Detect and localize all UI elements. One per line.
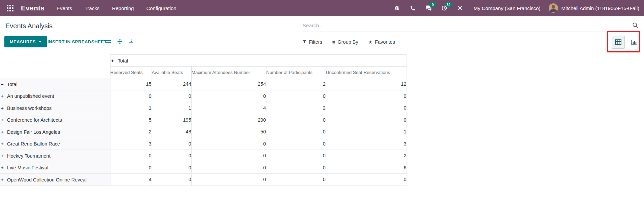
download-icon[interactable]: [128, 38, 134, 45]
expand-all-icon[interactable]: [117, 38, 123, 46]
control-panel-buttons: MEASURES INSERT IN SPREADSHEET Filters ≡…: [0, 35, 644, 49]
expand-icon: +: [0, 165, 4, 170]
systray: 9 32 My Company (San Francisco) Mitchell…: [393, 3, 639, 13]
pivot-row-label: OpenWood Collection Online Reveal: [7, 177, 87, 182]
table-row: +Design Fair Los Angeles2485001: [0, 126, 407, 138]
pivot-value-cell: 0: [266, 162, 326, 174]
top-menu-item-tracks[interactable]: Tracks: [85, 5, 99, 11]
pivot-value-cell: 0: [266, 150, 326, 162]
app-brand[interactable]: Events: [21, 4, 44, 12]
pivot-value-cell: 2: [266, 78, 326, 90]
measures-button[interactable]: MEASURES: [4, 36, 47, 47]
pivot-row-label: Hockey Tournament: [7, 153, 51, 159]
company-switcher[interactable]: My Company (San Francisco): [474, 5, 540, 11]
apps-menu-icon[interactable]: [7, 5, 13, 11]
pivot-corner-cell: [0, 55, 110, 67]
graph-view-button[interactable]: [627, 36, 640, 49]
pivot-row-header[interactable]: +Live Music Festival: [0, 162, 110, 174]
expand-icon: +: [0, 177, 4, 182]
group-by-menu[interactable]: ≡ Group By: [332, 39, 358, 45]
pivot-colgroup-row: +Total: [0, 55, 407, 67]
search-bar: [302, 19, 639, 32]
pivot-row-header[interactable]: −Total: [0, 78, 110, 90]
table-row: −Total15244254212: [0, 78, 407, 90]
pivot-row-header[interactable]: +Business workshops: [0, 102, 110, 114]
flip-axis-icon[interactable]: [105, 38, 112, 46]
pivot-value-cell: 0: [191, 162, 266, 174]
pivot-value-cell: 1: [326, 126, 407, 138]
messages-badge: 9: [429, 2, 436, 7]
measure-header[interactable]: Maximum Attendees Number: [191, 67, 266, 78]
table-row: +Conference for Architects519520000: [0, 114, 407, 126]
activities-badge: 32: [445, 2, 452, 7]
pivot-value-cell: 4: [110, 174, 152, 186]
pivot-row-header[interactable]: +Conference for Architects: [0, 114, 110, 126]
tools-icon[interactable]: [456, 4, 464, 12]
pivot-value-cell: 4: [191, 102, 266, 114]
expand-icon: +: [0, 105, 4, 111]
pivot-row-header[interactable]: +Design Fair Los Angeles: [0, 126, 110, 138]
pivot-value-cell: 0: [191, 150, 266, 162]
activities-clock-icon[interactable]: 32: [441, 4, 448, 12]
measure-header[interactable]: Reserved Seats: [110, 67, 152, 78]
pivot-value-cell: 6: [326, 162, 407, 174]
pivot-measures-row: Reserved SeatsAvailable SeatsMaximum Att…: [0, 67, 407, 78]
pivot-value-cell: 0: [152, 138, 191, 150]
pivot-value-cell: 0: [266, 174, 326, 186]
expand-icon: +: [0, 129, 4, 135]
top-menu-item-events[interactable]: Events: [57, 5, 72, 11]
measure-header[interactable]: Number of Participants: [266, 67, 326, 78]
pivot-value-cell: 2: [266, 102, 326, 114]
pivot-value-cell: 48: [152, 126, 191, 138]
pivot-row-header[interactable]: +An unpublished event: [0, 90, 110, 102]
favorites-menu[interactable]: ★ Favorites: [368, 39, 395, 45]
user-avatar: [549, 3, 558, 13]
user-name: Mitchell Admin (11819069-15-0-all): [561, 5, 639, 11]
pivot-value-cell: 0: [110, 150, 152, 162]
messages-icon[interactable]: 9: [425, 4, 432, 12]
measure-header[interactable]: Unconfirmed Seat Reservations: [326, 67, 407, 78]
insert-in-spreadsheet-button[interactable]: INSERT IN SPREADSHEET: [45, 36, 109, 47]
pivot-value-cell: 0: [266, 126, 326, 138]
favorites-label: Favorites: [375, 39, 395, 45]
expand-icon: +: [0, 153, 4, 159]
voip-phone-icon[interactable]: [409, 4, 416, 12]
group-by-label: Group By: [337, 39, 358, 45]
pivot-value-cell: 0: [326, 102, 407, 114]
pivot-row-label: Great Reno Ballon Race: [7, 141, 60, 147]
pivot-value-cell: 15: [110, 78, 152, 90]
measures-label: MEASURES: [10, 39, 36, 44]
top-menu-item-configuration[interactable]: Configuration: [146, 5, 176, 11]
star-icon: ★: [368, 39, 373, 45]
pivot-row-label: Live Music Festival: [7, 165, 48, 170]
pivot-value-cell: 244: [152, 78, 191, 90]
pivot-row-label: Design Fair Los Angeles: [7, 129, 60, 135]
filters-menu[interactable]: Filters: [302, 39, 322, 45]
table-row: +Business workshops11420: [0, 102, 407, 114]
expand-icon: +: [0, 117, 4, 123]
user-menu[interactable]: Mitchell Admin (11819069-15-0-all): [549, 3, 639, 13]
pivot-value-cell: 1: [110, 102, 152, 114]
pivot-row-label: Business workshops: [7, 106, 52, 111]
debug-bug-icon[interactable]: [393, 4, 400, 12]
pivot-value-cell: 200: [191, 114, 266, 126]
pivot-row-header[interactable]: +Hockey Tournament: [0, 150, 110, 162]
measure-header[interactable]: Available Seats: [152, 67, 191, 78]
pivot-row-header[interactable]: +Great Reno Ballon Race: [0, 138, 110, 150]
column-group-total-header[interactable]: +Total: [110, 55, 407, 67]
pivot-value-cell: 0: [191, 138, 266, 150]
pivot-value-cell: 0: [191, 174, 266, 186]
search-facets: Filters ≡ Group By ★ Favorites: [302, 35, 395, 49]
pivot-row-label: Total: [7, 82, 18, 87]
search-input[interactable]: [302, 19, 639, 32]
search-icon[interactable]: [632, 22, 639, 30]
bar-chart-icon: [631, 39, 637, 46]
pivot-view-button[interactable]: [612, 36, 625, 49]
pivot-row-header[interactable]: +OpenWood Collection Online Reveal: [0, 174, 110, 186]
pivot-value-cell: 254: [191, 78, 266, 90]
top-menu-item-reporting[interactable]: Reporting: [112, 5, 134, 11]
pivot-value-cell: 3: [326, 138, 407, 150]
expand-icon: +: [0, 93, 4, 99]
pivot-value-cell: 0: [326, 114, 407, 126]
filter-funnel-icon: [302, 39, 307, 45]
